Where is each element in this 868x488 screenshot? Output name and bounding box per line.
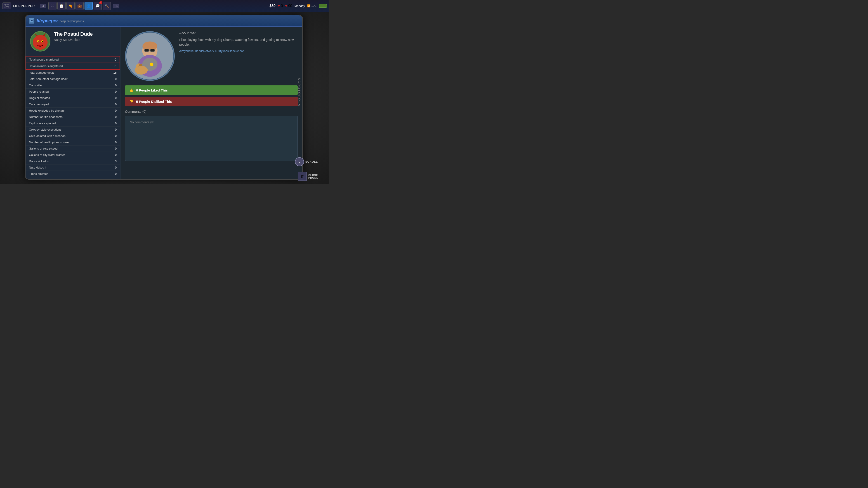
hud-day: Monday: [294, 4, 305, 8]
chat-icon[interactable]: 💬 3: [94, 2, 102, 10]
health-full-val: 90: [288, 4, 292, 8]
health-empty: 0: [281, 4, 283, 8]
like-button[interactable]: 👍 0 People Liked This: [125, 86, 298, 95]
profile-info: The Postal Dude Nasty Sonuvabitch: [54, 31, 116, 41]
stat-name: Number of rifle headshots: [29, 115, 112, 119]
profile-section: The Postal Dude Nasty Sonuvabitch: [26, 27, 120, 56]
stat-row: People roasted0: [26, 89, 120, 95]
stat-value: 3: [112, 160, 117, 163]
profile-subtitle: Nasty Sonuvabitch: [54, 38, 116, 41]
comments-box: No comments yet.: [125, 116, 298, 161]
stat-value: 0: [112, 172, 117, 175]
weapon-icon[interactable]: ⚔: [49, 2, 57, 10]
stat-value: 0: [112, 122, 117, 125]
svg-rect-13: [145, 49, 149, 52]
stat-row: Cowboy-style executions0: [26, 127, 120, 133]
app-icon: [29, 18, 34, 24]
stat-row: Total animals slaughtered0: [26, 63, 120, 70]
scroll-button[interactable]: L: [295, 157, 304, 166]
phone-content: The Postal Dude Nasty Sonuvabitch Total …: [26, 27, 302, 179]
close-phone-button[interactable]: 🗑: [298, 172, 307, 181]
hud-health: ♥ 0: [278, 4, 283, 8]
stat-value: 0: [112, 96, 117, 100]
scroll-hint: L SCROLL: [295, 157, 318, 166]
about-tags: #PsychoticFriendsNetwork #DirtyJobsDoneC…: [179, 49, 298, 53]
stat-name: Total damage dealt: [29, 71, 112, 74]
profile-name: The Postal Dude: [54, 31, 116, 37]
stat-value: 0: [112, 109, 117, 112]
phone-header: lifepeeper peep on your peeps: [26, 15, 302, 27]
stat-row: Doors kicked in3: [26, 158, 120, 164]
person-icon[interactable]: 👤: [85, 2, 93, 10]
stat-row: Explosives asploded0: [26, 120, 120, 127]
stat-name: Gallons of city water wasted: [29, 153, 112, 157]
hud-btn-r1[interactable]: R1: [113, 4, 120, 8]
stat-value: 0: [112, 115, 117, 119]
about-section: About me: I like playing fetch with my d…: [179, 31, 298, 81]
stat-value: 0: [112, 77, 117, 80]
stat-name: Heads exploded by shotgun: [29, 109, 112, 112]
gun-icon[interactable]: 🔫: [66, 2, 74, 10]
close-phone-area: 🗑 CLOSEPHONE: [298, 172, 318, 181]
stat-row: Total non-lethal damage dealt0: [26, 76, 120, 82]
profile-pic-area: About me: I like playing fetch with my d…: [121, 27, 302, 86]
quickapps-button[interactable]: QuickAPPS: [2, 2, 11, 9]
svg-point-8: [42, 41, 43, 42]
stat-value: 0: [112, 90, 117, 93]
dislike-button[interactable]: 👎 5 People Disliked This: [125, 97, 298, 106]
stat-value: 0: [112, 153, 117, 157]
comments-title: Comments (0):: [125, 109, 298, 113]
tools-icon[interactable]: 🔨: [103, 2, 111, 10]
stat-row: Gallons of piss pissed0: [26, 145, 120, 152]
stat-name: Cops killed: [29, 84, 112, 87]
svg-point-18: [150, 63, 153, 66]
stat-name: Cowboy-style executions: [29, 128, 112, 131]
left-panel: The Postal Dude Nasty Sonuvabitch Total …: [26, 27, 121, 179]
stat-row: Cats destroyed0: [26, 101, 120, 107]
likes-label: 0 People Liked This: [136, 88, 168, 92]
heart-icon: ♥: [278, 4, 280, 8]
svg-point-23: [138, 66, 138, 66]
svg-rect-14: [150, 49, 155, 52]
stat-row: Cops killed0: [26, 82, 120, 89]
stat-row: Total damage dealt15: [26, 70, 120, 76]
bag-icon[interactable]: 💼: [75, 2, 84, 10]
stat-value: 0: [112, 134, 117, 138]
stat-name: Total animals slaughtered: [29, 64, 112, 68]
stat-value: 0: [112, 103, 117, 106]
thumbsdown-icon: 👎: [129, 99, 134, 103]
hud-signal: 📶 10G: [307, 4, 316, 7]
stats-list[interactable]: Total people murdered0Total animals slau…: [26, 56, 120, 179]
stat-value: 0: [112, 128, 117, 131]
stat-value: 0: [112, 64, 116, 68]
brand-label: scrotorola: [298, 78, 301, 107]
hud-appname: LIFEPEEPER: [13, 4, 35, 8]
stat-row: Total people murdered0: [26, 56, 120, 63]
stat-value: 15: [112, 71, 117, 74]
stat-name: Cats violated with a weapon: [29, 134, 112, 138]
svg-point-2: [33, 35, 48, 50]
about-title: About me:: [179, 31, 298, 35]
hud-bar: QuickAPPS LIFEPEEPER L1 ⚔ 📋 🔫 💼 👤 💬 3 🔨 …: [0, 0, 329, 12]
comments-section: Comments (0): No comments yet.: [121, 106, 302, 179]
phone-frame: lifepeeper peep on your peeps: [25, 15, 303, 180]
stat-name: Cats destroyed: [29, 103, 112, 106]
dislikes-label: 5 People Disliked This: [136, 100, 172, 103]
stat-name: Number of health pipes smoked: [29, 140, 112, 144]
svg-rect-1: [31, 20, 33, 21]
hud-btn-l1[interactable]: L1: [40, 4, 46, 8]
stat-row: Number of rifle headshots0: [26, 114, 120, 120]
stat-value: 0: [112, 166, 117, 169]
main-avatar: [125, 31, 175, 81]
stat-value: 0: [112, 58, 116, 61]
notes-icon[interactable]: 📋: [57, 2, 66, 10]
stat-row: Heads exploded by shotgun0: [26, 107, 120, 114]
stat-value: 0: [112, 140, 117, 144]
stat-row: Dogs eliminated0: [26, 95, 120, 101]
stat-name: Times arrested: [29, 172, 112, 175]
stat-name: People roasted: [29, 90, 112, 93]
svg-marker-3: [35, 33, 37, 36]
svg-point-7: [38, 41, 39, 42]
stat-row: Number of health pipes smoked0: [26, 139, 120, 145]
hud-health-full: ♥ 90: [285, 4, 292, 8]
